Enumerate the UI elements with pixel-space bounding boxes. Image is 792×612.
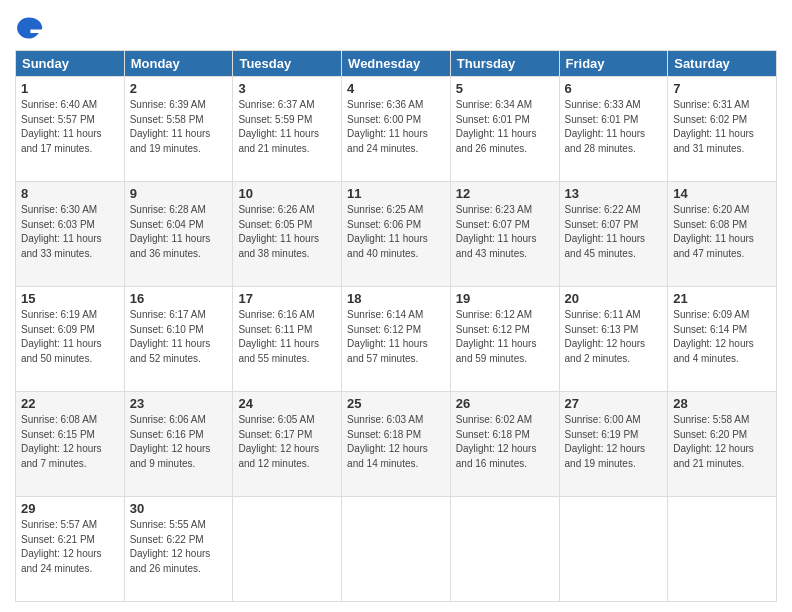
- calendar-cell: 8Sunrise: 6:30 AMSunset: 6:03 PMDaylight…: [16, 182, 125, 287]
- day-number: 12: [456, 186, 554, 201]
- day-number: 7: [673, 81, 771, 96]
- day-number: 30: [130, 501, 228, 516]
- page: SundayMondayTuesdayWednesdayThursdayFrid…: [0, 0, 792, 612]
- weekday-header-sunday: Sunday: [16, 51, 125, 77]
- day-number: 2: [130, 81, 228, 96]
- calendar-cell: 12Sunrise: 6:23 AMSunset: 6:07 PMDayligh…: [450, 182, 559, 287]
- day-number: 10: [238, 186, 336, 201]
- day-number: 26: [456, 396, 554, 411]
- calendar-cell: [668, 497, 777, 602]
- weekday-header-saturday: Saturday: [668, 51, 777, 77]
- day-info: Sunrise: 6:36 AMSunset: 6:00 PMDaylight:…: [347, 98, 445, 156]
- day-info: Sunrise: 6:16 AMSunset: 6:11 PMDaylight:…: [238, 308, 336, 366]
- day-number: 17: [238, 291, 336, 306]
- week-row-5: 29Sunrise: 5:57 AMSunset: 6:21 PMDayligh…: [16, 497, 777, 602]
- day-number: 20: [565, 291, 663, 306]
- day-info: Sunrise: 5:58 AMSunset: 6:20 PMDaylight:…: [673, 413, 771, 471]
- header: [15, 10, 777, 42]
- weekday-header-wednesday: Wednesday: [342, 51, 451, 77]
- calendar-cell: 14Sunrise: 6:20 AMSunset: 6:08 PMDayligh…: [668, 182, 777, 287]
- day-info: Sunrise: 6:40 AMSunset: 5:57 PMDaylight:…: [21, 98, 119, 156]
- day-info: Sunrise: 6:05 AMSunset: 6:17 PMDaylight:…: [238, 413, 336, 471]
- calendar-cell: [559, 497, 668, 602]
- week-row-3: 15Sunrise: 6:19 AMSunset: 6:09 PMDayligh…: [16, 287, 777, 392]
- day-info: Sunrise: 6:09 AMSunset: 6:14 PMDaylight:…: [673, 308, 771, 366]
- calendar-cell: 1Sunrise: 6:40 AMSunset: 5:57 PMDaylight…: [16, 77, 125, 182]
- day-number: 29: [21, 501, 119, 516]
- day-info: Sunrise: 6:14 AMSunset: 6:12 PMDaylight:…: [347, 308, 445, 366]
- day-info: Sunrise: 5:57 AMSunset: 6:21 PMDaylight:…: [21, 518, 119, 576]
- calendar-cell: 30Sunrise: 5:55 AMSunset: 6:22 PMDayligh…: [124, 497, 233, 602]
- day-number: 4: [347, 81, 445, 96]
- day-number: 21: [673, 291, 771, 306]
- calendar-cell: 4Sunrise: 6:36 AMSunset: 6:00 PMDaylight…: [342, 77, 451, 182]
- day-info: Sunrise: 6:03 AMSunset: 6:18 PMDaylight:…: [347, 413, 445, 471]
- day-info: Sunrise: 6:22 AMSunset: 6:07 PMDaylight:…: [565, 203, 663, 261]
- weekday-header-thursday: Thursday: [450, 51, 559, 77]
- day-number: 13: [565, 186, 663, 201]
- day-info: Sunrise: 6:11 AMSunset: 6:13 PMDaylight:…: [565, 308, 663, 366]
- day-info: Sunrise: 5:55 AMSunset: 6:22 PMDaylight:…: [130, 518, 228, 576]
- week-row-4: 22Sunrise: 6:08 AMSunset: 6:15 PMDayligh…: [16, 392, 777, 497]
- day-info: Sunrise: 6:23 AMSunset: 6:07 PMDaylight:…: [456, 203, 554, 261]
- weekday-header-friday: Friday: [559, 51, 668, 77]
- day-number: 22: [21, 396, 119, 411]
- day-info: Sunrise: 6:25 AMSunset: 6:06 PMDaylight:…: [347, 203, 445, 261]
- logo-icon: [15, 14, 43, 42]
- calendar-cell: [233, 497, 342, 602]
- day-info: Sunrise: 6:30 AMSunset: 6:03 PMDaylight:…: [21, 203, 119, 261]
- calendar-cell: 2Sunrise: 6:39 AMSunset: 5:58 PMDaylight…: [124, 77, 233, 182]
- logo: [15, 14, 47, 42]
- day-number: 1: [21, 81, 119, 96]
- day-number: 3: [238, 81, 336, 96]
- day-info: Sunrise: 6:20 AMSunset: 6:08 PMDaylight:…: [673, 203, 771, 261]
- calendar-cell: 7Sunrise: 6:31 AMSunset: 6:02 PMDaylight…: [668, 77, 777, 182]
- calendar-cell: 15Sunrise: 6:19 AMSunset: 6:09 PMDayligh…: [16, 287, 125, 392]
- calendar-cell: 18Sunrise: 6:14 AMSunset: 6:12 PMDayligh…: [342, 287, 451, 392]
- day-info: Sunrise: 6:19 AMSunset: 6:09 PMDaylight:…: [21, 308, 119, 366]
- calendar-cell: 23Sunrise: 6:06 AMSunset: 6:16 PMDayligh…: [124, 392, 233, 497]
- day-info: Sunrise: 6:28 AMSunset: 6:04 PMDaylight:…: [130, 203, 228, 261]
- day-number: 28: [673, 396, 771, 411]
- calendar-cell: 9Sunrise: 6:28 AMSunset: 6:04 PMDaylight…: [124, 182, 233, 287]
- calendar-cell: 5Sunrise: 6:34 AMSunset: 6:01 PMDaylight…: [450, 77, 559, 182]
- calendar-cell: 11Sunrise: 6:25 AMSunset: 6:06 PMDayligh…: [342, 182, 451, 287]
- weekday-header-row: SundayMondayTuesdayWednesdayThursdayFrid…: [16, 51, 777, 77]
- day-number: 23: [130, 396, 228, 411]
- calendar-cell: 20Sunrise: 6:11 AMSunset: 6:13 PMDayligh…: [559, 287, 668, 392]
- day-number: 8: [21, 186, 119, 201]
- calendar-cell: 26Sunrise: 6:02 AMSunset: 6:18 PMDayligh…: [450, 392, 559, 497]
- day-info: Sunrise: 6:37 AMSunset: 5:59 PMDaylight:…: [238, 98, 336, 156]
- calendar-cell: [450, 497, 559, 602]
- week-row-1: 1Sunrise: 6:40 AMSunset: 5:57 PMDaylight…: [16, 77, 777, 182]
- day-number: 24: [238, 396, 336, 411]
- day-info: Sunrise: 6:17 AMSunset: 6:10 PMDaylight:…: [130, 308, 228, 366]
- day-number: 15: [21, 291, 119, 306]
- day-number: 6: [565, 81, 663, 96]
- day-info: Sunrise: 6:39 AMSunset: 5:58 PMDaylight:…: [130, 98, 228, 156]
- day-number: 19: [456, 291, 554, 306]
- calendar-cell: [342, 497, 451, 602]
- calendar-cell: 21Sunrise: 6:09 AMSunset: 6:14 PMDayligh…: [668, 287, 777, 392]
- day-number: 5: [456, 81, 554, 96]
- calendar-cell: 3Sunrise: 6:37 AMSunset: 5:59 PMDaylight…: [233, 77, 342, 182]
- day-number: 9: [130, 186, 228, 201]
- day-number: 11: [347, 186, 445, 201]
- day-info: Sunrise: 6:00 AMSunset: 6:19 PMDaylight:…: [565, 413, 663, 471]
- calendar-cell: 10Sunrise: 6:26 AMSunset: 6:05 PMDayligh…: [233, 182, 342, 287]
- day-info: Sunrise: 6:02 AMSunset: 6:18 PMDaylight:…: [456, 413, 554, 471]
- day-number: 16: [130, 291, 228, 306]
- day-number: 18: [347, 291, 445, 306]
- calendar-cell: 19Sunrise: 6:12 AMSunset: 6:12 PMDayligh…: [450, 287, 559, 392]
- calendar-cell: 27Sunrise: 6:00 AMSunset: 6:19 PMDayligh…: [559, 392, 668, 497]
- weekday-header-monday: Monday: [124, 51, 233, 77]
- weekday-header-tuesday: Tuesday: [233, 51, 342, 77]
- calendar-cell: 28Sunrise: 5:58 AMSunset: 6:20 PMDayligh…: [668, 392, 777, 497]
- day-info: Sunrise: 6:26 AMSunset: 6:05 PMDaylight:…: [238, 203, 336, 261]
- day-info: Sunrise: 6:34 AMSunset: 6:01 PMDaylight:…: [456, 98, 554, 156]
- day-info: Sunrise: 6:06 AMSunset: 6:16 PMDaylight:…: [130, 413, 228, 471]
- calendar-cell: 6Sunrise: 6:33 AMSunset: 6:01 PMDaylight…: [559, 77, 668, 182]
- day-info: Sunrise: 6:08 AMSunset: 6:15 PMDaylight:…: [21, 413, 119, 471]
- calendar-cell: 13Sunrise: 6:22 AMSunset: 6:07 PMDayligh…: [559, 182, 668, 287]
- calendar-cell: 25Sunrise: 6:03 AMSunset: 6:18 PMDayligh…: [342, 392, 451, 497]
